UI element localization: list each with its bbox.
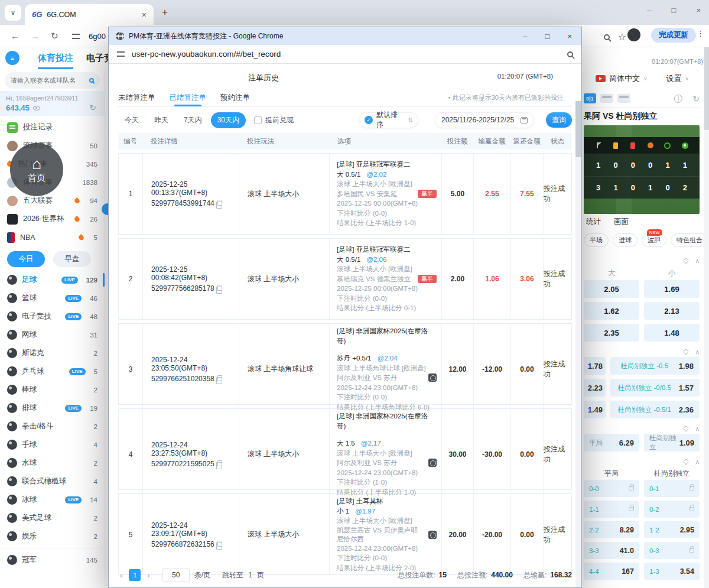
filter-30days[interactable]: 30天内: [211, 112, 246, 128]
home-float-button[interactable]: ⌂ 首页: [10, 143, 63, 196]
score-odds-cell[interactable]: 4-4167: [584, 563, 639, 580]
forward-icon[interactable]: →: [31, 31, 40, 41]
filter-yesterday[interactable]: 昨天: [148, 112, 175, 128]
sport-item-outright[interactable]: 冠军 145: [0, 551, 105, 569]
score-odds-cell[interactable]: 0-2: [644, 501, 700, 518]
sport-item-snooker[interactable]: 斯诺克 2: [0, 344, 105, 362]
score-odds-cell[interactable]: 0-1: [644, 480, 700, 497]
eye-icon[interactable]: [33, 106, 40, 111]
jump-page-value[interactable]: 1: [248, 571, 252, 579]
minimize-icon[interactable]: –: [647, 6, 651, 15]
tab-settled[interactable]: 已结算注单: [170, 89, 207, 106]
refresh-balance-icon[interactable]: ↻: [89, 103, 96, 112]
close-icon[interactable]: ×: [696, 6, 701, 15]
score-odds-cell[interactable]: 1-33.54: [644, 563, 700, 580]
odds-cell[interactable]: 2.35: [584, 324, 639, 342]
popup-maximize-icon[interactable]: □: [545, 32, 550, 41]
reload-icon[interactable]: ↻: [51, 31, 58, 41]
page-scrollbar[interactable]: [704, 47, 709, 588]
chrome-menu-icon[interactable]: ⋮: [697, 29, 704, 38]
popup-titlebar[interactable]: PM体育-亚洲在线体育竞猜投注 - Google Chrome – □ ×: [109, 27, 581, 45]
sidebar-item-worldcup[interactable]: 2026-世界杯 26: [0, 210, 105, 228]
sport-item-basketball[interactable]: 篮球 LIVE 46: [0, 289, 105, 307]
copy-icon[interactable]: [217, 375, 222, 381]
early-market-button[interactable]: 早盘: [53, 251, 91, 267]
filter-today[interactable]: 今天: [118, 112, 145, 128]
page-size-input[interactable]: [162, 568, 190, 582]
date-range-picker[interactable]: 2025/11/26-2025/12/25: [435, 112, 534, 128]
score-odds-cell[interactable]: 2-28.29: [584, 521, 639, 538]
score-odds-cell[interactable]: 1-1: [584, 501, 639, 518]
collapse-icon[interactable]: ∧: [695, 258, 700, 264]
sport-item-boxing[interactable]: 拳击/格斗 2: [0, 417, 105, 436]
collapse-icon[interactable]: ∧: [695, 459, 700, 465]
popup-scrollbar[interactable]: [575, 101, 581, 587]
sport-item-volleyball[interactable]: 排球 LIVE 19: [0, 399, 105, 417]
search-icon[interactable]: [567, 51, 573, 57]
sport-item-rugby[interactable]: 联合式橄榄球 4: [0, 472, 105, 490]
collapse-icon[interactable]: ∧: [695, 425, 700, 432]
sidebar-item-nba[interactable]: NBA 5: [0, 228, 105, 246]
market-pill-half[interactable]: 半场: [584, 233, 609, 247]
sport-item-waterpolo[interactable]: 水球 2: [0, 454, 105, 472]
pin-icon[interactable]: [682, 348, 689, 355]
market-pill-goals[interactable]: 进球: [613, 233, 638, 247]
odds-cell[interactable]: 平局 6.29: [584, 434, 639, 451]
sport-item-entertainment[interactable]: 娱乐 2: [0, 527, 105, 545]
odds-cell[interactable]: 1.69: [644, 280, 700, 298]
view-odds-tab[interactable]: 0|1: [584, 93, 596, 103]
sidebar-item-top5-leagues[interactable]: 五大联赛 94: [0, 191, 105, 210]
brand-icon[interactable]: ≡: [5, 51, 19, 65]
view-live-tab[interactable]: [600, 94, 613, 103]
odds-cell[interactable]: 1.78: [584, 357, 606, 375]
sidebar-item-bet-records[interactable]: 投注记录: [0, 118, 105, 137]
odds-cell[interactable]: 1.62: [584, 302, 639, 320]
odds-cell[interactable]: 2.23: [584, 379, 606, 397]
language-select[interactable]: 简体中文: [609, 73, 640, 84]
odds-cell[interactable]: 1.49: [584, 401, 606, 418]
today-button[interactable]: 今日: [7, 251, 45, 267]
back-icon[interactable]: ←: [11, 31, 19, 41]
copy-icon[interactable]: [217, 200, 222, 206]
sport-item-tennis[interactable]: 网球 31: [0, 326, 105, 344]
next-page-icon[interactable]: ›: [145, 571, 151, 580]
nav-sports-betting[interactable]: 体育投注: [38, 53, 73, 69]
score-odds-cell[interactable]: 1-22.95: [644, 521, 700, 538]
pin-icon[interactable]: [682, 257, 689, 264]
sport-item-baseball[interactable]: 棒球 2: [0, 381, 105, 399]
site-info-icon[interactable]: [117, 51, 125, 57]
odds-cell[interactable]: 2.05: [584, 280, 639, 298]
new-tab-button[interactable]: +: [162, 7, 168, 18]
pin-icon[interactable]: [682, 458, 689, 464]
search-box[interactable]: [5, 72, 100, 89]
odds-cell[interactable]: 2.13: [644, 302, 700, 320]
copy-icon[interactable]: [217, 541, 222, 547]
prev-page-icon[interactable]: ‹: [118, 571, 124, 580]
odds-cell[interactable]: 杜尚别独立 -0.5 1.98: [610, 357, 700, 375]
collapse-icon[interactable]: ∧: [695, 349, 700, 355]
info-icon[interactable]: i: [674, 95, 682, 103]
checkbox-icon[interactable]: [254, 116, 262, 124]
view-stats-tab[interactable]: [617, 94, 630, 103]
filter-7days[interactable]: 7天内: [177, 112, 209, 128]
cashout-checkbox-row[interactable]: 提前兑现: [254, 115, 294, 125]
odds-cell[interactable]: 杜尚别独立 1.09: [644, 434, 700, 451]
tab-reserved[interactable]: 预约注单: [220, 89, 250, 106]
browser-tab[interactable]: 6G 6G.COM ×: [25, 4, 154, 25]
market-pill-correct-score[interactable]: 波胆 NEW: [642, 233, 666, 247]
copy-icon[interactable]: [217, 460, 222, 466]
sport-item-tabletennis[interactable]: 乒乓球 LIVE 5: [0, 362, 105, 381]
tab-unsettled[interactable]: 未结算注单: [118, 89, 155, 106]
sport-item-esports[interactable]: 电子竞技 LIVE 48: [0, 307, 105, 326]
popup-url[interactable]: user-pc-new.youbaokun.com/#/bet_record: [132, 50, 281, 59]
zoom-out-icon[interactable]: [604, 32, 610, 42]
odds-cell[interactable]: 杜尚别独立 -0/0.5 1.57: [610, 379, 700, 397]
site-info-icon[interactable]: [72, 34, 80, 39]
address-bar[interactable]: 6g00: [89, 32, 106, 41]
profile-avatar[interactable]: [627, 28, 640, 41]
sport-item-handball[interactable]: 手球 4: [0, 436, 105, 454]
bookmark-star-icon[interactable]: ☆: [618, 31, 626, 43]
tab-close-icon[interactable]: ×: [142, 10, 147, 20]
score-odds-cell[interactable]: 0-3: [644, 542, 700, 559]
popup-minimize-icon[interactable]: –: [523, 32, 527, 41]
